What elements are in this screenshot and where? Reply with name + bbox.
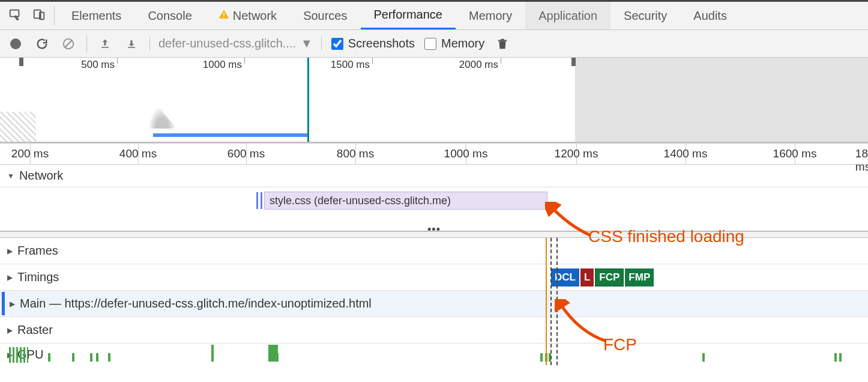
overview-handle-left[interactable]: [19, 58, 23, 66]
timing-pills: DCL L FCP FMP: [551, 268, 654, 286]
tab-elements[interactable]: Elements: [58, 2, 134, 29]
track-network-label: Network: [19, 169, 63, 183]
overview-handle-right[interactable]: [571, 58, 576, 66]
screenshots-checkbox[interactable]: Screenshots: [331, 37, 415, 50]
svg-rect-4: [223, 16, 225, 17]
ruler-tick-label: 1000 ms: [444, 147, 488, 160]
profile-select-wrap[interactable]: defer-unused-css.glitch.... ▼: [149, 37, 322, 50]
tab-sources[interactable]: Sources: [290, 2, 360, 29]
overview-tick-label: 1000 ms: [203, 59, 242, 71]
reload-button[interactable]: [34, 35, 50, 52]
clear-button[interactable]: [60, 35, 77, 52]
ruler-tick-label: 1400 ms: [664, 147, 708, 160]
svg-rect-3: [223, 13, 225, 16]
profile-select-value: defer-unused-css.glitch....: [158, 37, 296, 50]
overview-cpu-bump: [147, 105, 177, 129]
disclosure-triangle-icon[interactable]: [10, 297, 15, 311]
track-raster[interactable]: Raster: [0, 317, 868, 344]
download-profile-icon[interactable]: [123, 35, 140, 52]
svg-rect-6: [101, 47, 109, 48]
track-main-label: Main — https://defer-unused-css.glitch.m…: [20, 297, 372, 311]
track-gpu[interactable]: GPU: [0, 344, 868, 365]
main-ruler[interactable]: 200 ms400 ms600 ms800 ms1000 ms1200 ms14…: [0, 143, 868, 165]
overview-shade: [575, 58, 868, 142]
record-button[interactable]: [7, 35, 24, 52]
overview-tick-label: 500 ms: [81, 59, 115, 71]
memory-checkbox[interactable]: Memory: [424, 37, 484, 50]
tracks-area: Network style.css (defer-unused-css.glit…: [0, 165, 868, 365]
marker-line: [550, 238, 552, 365]
track-main-marker: [2, 292, 5, 315]
overview-tick-label: 2000 ms: [459, 59, 498, 71]
timing-pill-dcl[interactable]: DCL: [551, 268, 579, 286]
tab-network[interactable]: Network: [205, 2, 290, 29]
tab-console[interactable]: Console: [134, 2, 205, 29]
track-timings[interactable]: Timings DCL L FCP FMP: [0, 264, 868, 291]
ruler-tick-label: 1600 ms: [773, 147, 817, 160]
overview-playhead[interactable]: [307, 58, 309, 142]
marker-line-orange: [546, 238, 547, 365]
timing-pill-fmp[interactable]: FMP: [625, 268, 654, 286]
disclosure-triangle-icon[interactable]: [7, 270, 13, 284]
timing-pill-l[interactable]: L: [580, 268, 594, 286]
trash-icon[interactable]: [494, 35, 511, 52]
arrow-icon: [545, 202, 597, 238]
track-main[interactable]: Main — https://defer-unused-css.glitch.m…: [0, 291, 868, 317]
tab-performance[interactable]: Performance: [361, 2, 456, 29]
disclosure-triangle-icon[interactable]: [7, 323, 13, 337]
track-raster-label: Raster: [17, 323, 53, 337]
overview-tick-label: 1500 ms: [331, 59, 370, 71]
tab-left-icons: [0, 8, 54, 24]
devtools-tabs: ElementsConsoleNetworkSourcesPerformance…: [0, 0, 868, 30]
network-request-queue-icon: [256, 192, 264, 209]
inspect-icon[interactable]: [8, 8, 22, 24]
ruler-tick-label: 800 ms: [337, 147, 374, 160]
chevron-down-icon: ▼: [301, 37, 313, 50]
drag-handle-icon[interactable]: •••: [427, 223, 441, 236]
overview-hatch: [0, 112, 36, 142]
performance-toolbar: defer-unused-css.glitch.... ▼ Screenshot…: [0, 30, 868, 58]
ruler-tick-label: 200 ms: [11, 147, 49, 160]
overview-timeline[interactable]: 500 ms1000 ms1500 ms2000 ms2500 ms3000 m…: [0, 58, 868, 143]
timing-pill-fcp[interactable]: FCP: [595, 268, 624, 286]
ruler-tick-label: 1200 ms: [555, 147, 598, 160]
tab-audits[interactable]: Audits: [680, 2, 740, 29]
ruler-tick-label: 400 ms: [119, 147, 157, 160]
network-request-bar[interactable]: style.css (defer-unused-css.glitch.me): [264, 192, 547, 210]
warning-icon: [219, 9, 229, 23]
network-request-label: style.css (defer-unused-css.glitch.me): [270, 195, 451, 207]
tab-security[interactable]: Security: [610, 2, 680, 29]
tab-memory[interactable]: Memory: [456, 2, 525, 29]
disclosure-triangle-icon[interactable]: [7, 244, 13, 258]
tab-separator: [54, 6, 55, 25]
arrow-icon: [555, 299, 612, 345]
svg-rect-7: [128, 47, 135, 48]
disclosure-triangle-icon[interactable]: [7, 169, 14, 183]
svg-rect-0: [10, 10, 19, 16]
tab-application[interactable]: Application: [525, 2, 610, 29]
track-frames-label: Frames: [17, 244, 58, 258]
device-toggle-icon[interactable]: [32, 8, 46, 24]
track-timings-label: Timings: [17, 270, 59, 284]
ruler-tick-label: 600 ms: [228, 147, 265, 160]
gpu-hatch: [9, 347, 28, 363]
track-network[interactable]: Network: [0, 165, 868, 187]
annotation-css-loaded: CSS finished loading: [588, 227, 744, 246]
overview-network-bar: [153, 133, 307, 137]
upload-profile-icon[interactable]: [97, 35, 113, 52]
